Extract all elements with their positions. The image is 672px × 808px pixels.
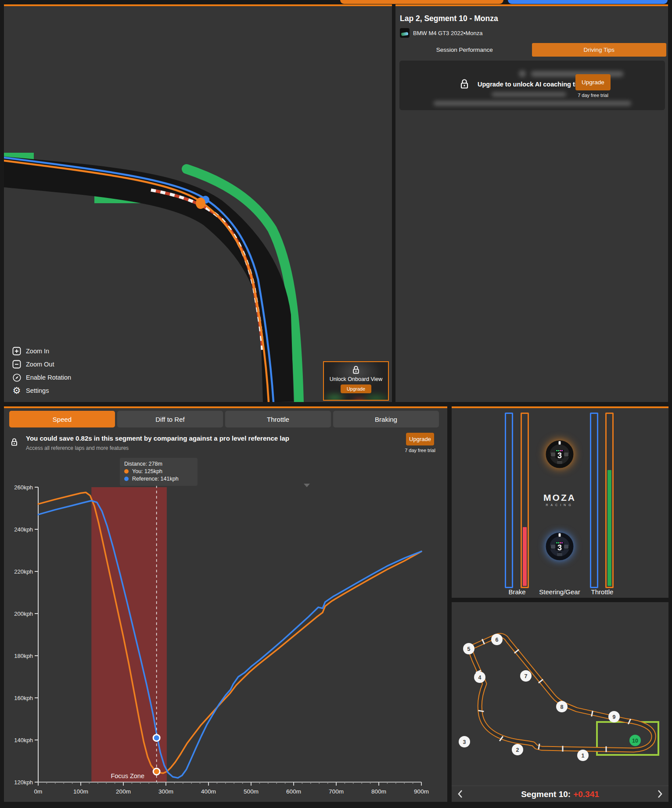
segment-badge-label: 4 [478,675,482,681]
blurred-text-line [492,92,566,97]
gear-you: 3 [557,451,562,460]
onboard-upgrade-button[interactable]: Upgrade [341,384,371,393]
y-tick-label: 120kph [14,779,33,786]
track-map-canvas[interactable] [4,6,392,402]
brake-label: Brake [508,588,525,596]
enable-rotation-button[interactable]: Enable Rotation [12,373,71,382]
brake-you-bar [521,413,529,588]
gear-reference: 3 [557,543,562,552]
app-root: Zoom In Zoom Out Enable Rotation ⚙ Setti… [0,0,672,808]
blurred-text-line [434,101,631,106]
y-tick-label: 260kph [14,484,33,491]
x-tick-label: 900m [414,788,429,795]
you-marker [153,768,160,775]
upgrade-banner-message: Upgrade to unlock AI coaching tips [478,81,584,88]
y-tick-label: 180kph [14,653,33,659]
x-tick-label: 700m [329,788,344,795]
car-info-row: BMW M4 GT3 2022▪Monza [400,28,483,38]
chevron-down-icon[interactable] [304,484,310,487]
segment-badge-label: 7 [525,673,528,679]
throttle-fill [607,470,611,586]
segment-badge-label: 3 [463,739,466,745]
reference-marker [153,735,160,741]
x-tick-label: 400m [201,788,216,795]
minimap-track-outline [471,636,654,750]
car-thumbnail [400,28,410,38]
brake-fill [523,527,527,586]
tooltip-reference: Reference: 141kph [132,476,179,482]
throttle-you-bar [605,413,614,588]
speed-chart[interactable]: 120kph140kph160kph180kph200kph220kph240k… [4,408,447,802]
y-tick-label: 140kph [14,737,33,743]
trial-label: 7 day free trial [571,93,615,98]
zoom-in-button[interactable]: Zoom In [12,346,71,356]
tooltip-you: You: 125kph [132,468,162,474]
x-tick-label: 800m [371,788,386,795]
top-blue-tab-button[interactable] [508,0,668,4]
settings-button[interactable]: ⚙ Settings [12,386,71,395]
ai-coaching-upgrade-banner: Upgrade to unlock AI coaching tips Upgra… [399,61,665,110]
y-tick-label: 220kph [14,568,33,575]
segment-badge-label: 6 [496,637,499,643]
previous-segment-button[interactable] [457,789,463,799]
session-panel: Lap 2, Segment 10 - Monza BMW M4 GT3 202… [395,4,668,402]
chart-tooltip: Distance: 278m You: 125kph Reference: 14… [120,458,198,486]
enable-rotation-label: Enable Rotation [26,374,71,381]
zoom-out-button[interactable]: Zoom Out [12,359,71,369]
minimap-track-surface [471,636,654,750]
steering-wheel-you: 3 [546,440,574,468]
y-tick-label: 160kph [14,695,33,701]
x-tick-label: 0m [34,788,43,795]
plus-icon [12,346,22,356]
throttle-label: Throttle [591,588,614,596]
compass-icon [12,373,22,382]
unlock-onboard-title: Unlock Onboard View [330,376,383,382]
zoom-in-label: Zoom In [26,348,49,355]
session-tab-bar: Session Performance Driving Tips [397,43,666,57]
track-view-panel: Zoom In Zoom Out Enable Rotation ⚙ Setti… [4,4,392,402]
map-controls: Zoom In Zoom Out Enable Rotation ⚙ Setti… [12,346,71,395]
page-title: Lap 2, Segment 10 - Monza [400,14,498,23]
tab-driving-tips[interactable]: Driving Tips [532,43,667,57]
telemetry-panel: 3 MOZA RACING 3 Brake St [452,406,668,598]
segment-badge-label: 1 [582,753,585,759]
x-tick-label: 100m [73,788,88,795]
x-tick-label: 200m [116,788,131,795]
you-dot-icon [124,469,129,474]
segment-delta: +0.341 [573,790,599,799]
your-car-marker [196,198,205,209]
x-tick-label: 500m [244,788,259,795]
steering-wheel-reference: 3 [546,532,574,560]
banner-upgrade-button[interactable]: Upgrade [575,74,611,90]
steering-gear-label: Steering/Gear [539,588,580,596]
focus-zone-label: Focus Zone [111,772,144,779]
y-tick-label: 200kph [14,610,33,617]
lock-icon [459,78,470,90]
reference-dot-icon [124,477,129,481]
lock-icon [352,365,360,375]
y-tick-label: 240kph [14,526,33,533]
blurred-icon [519,70,526,77]
segment-badge-label: 10 [632,738,638,744]
segment-map[interactable]: 12345678910 [452,602,668,786]
moza-logo: MOZA RACING [538,492,582,506]
top-orange-tab-button[interactable] [340,0,503,4]
x-tick-label: 600m [286,788,301,795]
gear-icon: ⚙ [12,386,22,395]
tooltip-distance: Distance: 278m [124,461,193,467]
segment-badge-label: 5 [467,646,471,652]
segment-label: Segment 10: [521,790,571,799]
unlock-onboard-card[interactable]: Unlock Onboard View Upgrade [323,361,389,401]
car-info-label: BMW M4 GT3 2022▪Monza [413,30,483,36]
tab-session-performance[interactable]: Session Performance [397,43,532,57]
next-segment-button[interactable] [657,789,663,799]
segment-footer: Segment 10: +0.341 [452,786,668,802]
settings-label: Settings [26,387,49,394]
brake-reference-bar [505,413,513,588]
segment-badge-label: 8 [561,704,564,710]
speed-chart-panel: Speed Diff to Ref Throttle Braking You c… [4,406,447,802]
segment-badge-label: 9 [613,714,616,720]
x-tick-label: 300m [158,788,173,795]
minus-icon [12,359,22,369]
segment-badge-label: 2 [516,747,519,753]
